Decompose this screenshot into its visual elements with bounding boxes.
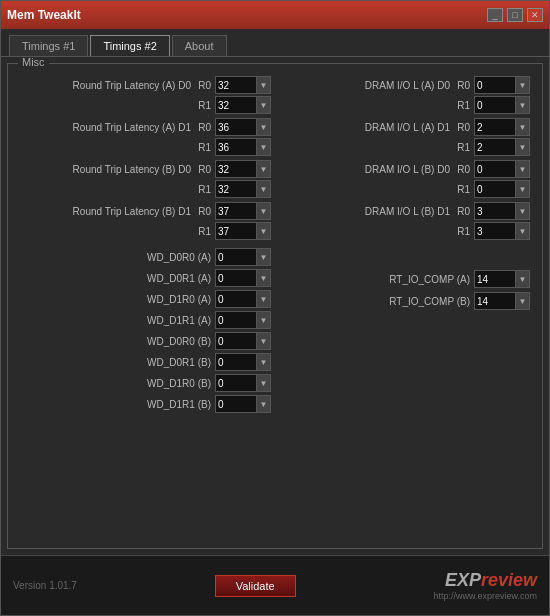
rtl-b-d1-r1-select[interactable]: 37: [215, 222, 257, 240]
dram-b-d1-r0-row: DRAM I/O L (B) D1 R0 3 ▼: [279, 202, 530, 220]
version-label: Version 1.01.7: [13, 580, 77, 591]
wd-d0r1-a-select[interactable]: 0: [215, 269, 257, 287]
wd-d1r1-a-arrow[interactable]: ▼: [257, 311, 271, 329]
wd-d0r0-a-label: WD_D0R0 (A): [115, 252, 215, 263]
rtl-a-d0-r1-arrow[interactable]: ▼: [257, 96, 271, 114]
window-title: Mem TweakIt: [7, 8, 81, 22]
rtl-b-d1-r1-arrow[interactable]: ▼: [257, 222, 271, 240]
rtl-b-d1-r0-row: Round Trip Latency (B) D1 R0 37 ▼: [20, 202, 271, 220]
wd-d1r0-b-select[interactable]: 0: [215, 374, 257, 392]
close-button[interactable]: ✕: [527, 8, 543, 22]
wd-d1r1-b-row: WD_D1R1 (B) 0 ▼: [20, 395, 271, 413]
wd-d1r0-a-arrow[interactable]: ▼: [257, 290, 271, 308]
rtl-a-d1-r0-select[interactable]: 36: [215, 118, 257, 136]
wd-d0r1-b-label: WD_D0R1 (B): [115, 357, 215, 368]
dram-b-d1-r1-wrap: 3 ▼: [474, 222, 530, 240]
wd-d1r1-b-wrap: 0 ▼: [215, 395, 271, 413]
wd-d0r1-b-select[interactable]: 0: [215, 353, 257, 371]
wd-d1r0-b-row: WD_D1R0 (B) 0 ▼: [20, 374, 271, 392]
rtl-b-d0-r0-select[interactable]: 32: [215, 160, 257, 178]
wd-section: WD_D0R0 (A) 0 ▼ WD_D0R1 (A) 0 ▼: [20, 248, 271, 413]
wd-d1r1-b-label: WD_D1R1 (B): [115, 399, 215, 410]
wd-d1r0-b-label: WD_D1R0 (B): [115, 378, 215, 389]
wd-d0r0-a-arrow[interactable]: ▼: [257, 248, 271, 266]
wd-d0r0-b-arrow[interactable]: ▼: [257, 332, 271, 350]
rtl-b-d0-r0-row: Round Trip Latency (B) D0 R0 32 ▼: [20, 160, 271, 178]
rtl-b-d1-r0-select[interactable]: 37: [215, 202, 257, 220]
rtl-b-d0-r1-select[interactable]: 32: [215, 180, 257, 198]
content-area: Misc Round Trip Latency (A) D0 R0 32 ▼: [1, 57, 549, 555]
rtl-b-d1-r1-row: R1 37 ▼: [20, 222, 271, 240]
wd-d0r1-b-arrow[interactable]: ▼: [257, 353, 271, 371]
wd-d1r1-a-select[interactable]: 0: [215, 311, 257, 329]
maximize-button[interactable]: □: [507, 8, 523, 22]
dram-b-d1-group: DRAM I/O L (B) D1 R0 3 ▼ R1 3: [279, 202, 530, 240]
rtl-a-d0-r0-arrow[interactable]: ▼: [257, 76, 271, 94]
dram-a-d1-r0-arrow[interactable]: ▼: [516, 118, 530, 136]
dram-a-d1-group: DRAM I/O L (A) D1 R0 2 ▼ R1 2: [279, 118, 530, 156]
wd-d1r0-a-select[interactable]: 0: [215, 290, 257, 308]
dram-a-d0-r0-wrap: 0 ▼: [474, 76, 530, 94]
rtl-a-d0-r1-select[interactable]: 32: [215, 96, 257, 114]
wd-d1r1-b-arrow[interactable]: ▼: [257, 395, 271, 413]
tab-timings2[interactable]: Timings #2: [90, 35, 169, 56]
wd-d0r1-a-arrow[interactable]: ▼: [257, 269, 271, 287]
dram-a-d1-r0-select[interactable]: 2: [474, 118, 516, 136]
dram-a-d1-r0-row: DRAM I/O L (A) D1 R0 2 ▼: [279, 118, 530, 136]
dram-a-d0-group: DRAM I/O L (A) D0 R0 0 ▼ R1 0: [279, 76, 530, 114]
rtl-a-d1-r0-arrow[interactable]: ▼: [257, 118, 271, 136]
rtl-b-d1-group: Round Trip Latency (B) D1 R0 37 ▼ R1 3: [20, 202, 271, 240]
dram-a-d0-r0-arrow[interactable]: ▼: [516, 76, 530, 94]
dram-b-d0-r0-wrap: 0 ▼: [474, 160, 530, 178]
dram-b-d0-r0-select[interactable]: 0: [474, 160, 516, 178]
tab-timings1[interactable]: Timings #1: [9, 35, 88, 56]
misc-group: Misc Round Trip Latency (A) D0 R0 32 ▼: [7, 63, 543, 549]
rtl-a-d0-r0-dropdown-wrap: 32 ▼: [215, 76, 271, 94]
dram-a-d1-r1-select[interactable]: 2: [474, 138, 516, 156]
rt-io-comp-a-label: RT_IO_COMP (A): [364, 274, 474, 285]
dram-b-d0-r0-arrow[interactable]: ▼: [516, 160, 530, 178]
wd-d1r1-b-select[interactable]: 0: [215, 395, 257, 413]
footer: Version 1.01.7 Validate EXPreview http:/…: [1, 555, 549, 615]
wd-d1r0-a-wrap: 0 ▼: [215, 290, 271, 308]
tab-about[interactable]: About: [172, 35, 227, 56]
dram-a-d0-r1-wrap: 0 ▼: [474, 96, 530, 114]
main-window: Mem TweakIt _ □ ✕ Timings #1 Timings #2 …: [0, 0, 550, 616]
rt-io-comp-b-arrow[interactable]: ▼: [516, 292, 530, 310]
rtl-a-d0-r0-select[interactable]: 32: [215, 76, 257, 94]
wd-d1r0-b-arrow[interactable]: ▼: [257, 374, 271, 392]
dram-b-d1-r0-arrow[interactable]: ▼: [516, 202, 530, 220]
rtl-b-d0-r1-dropdown-wrap: 32 ▼: [215, 180, 271, 198]
wd-d0r0-a-select[interactable]: 0: [215, 248, 257, 266]
dram-a-d0-r1-select[interactable]: 0: [474, 96, 516, 114]
dram-b-d1-r1-select[interactable]: 3: [474, 222, 516, 240]
group-label: Misc: [18, 57, 49, 68]
dram-b-d1-r1-arrow[interactable]: ▼: [516, 222, 530, 240]
minimize-button[interactable]: _: [487, 8, 503, 22]
validate-button[interactable]: Validate: [215, 575, 296, 597]
dram-a-d0-r1-arrow[interactable]: ▼: [516, 96, 530, 114]
dram-b-d0-r1-select[interactable]: 0: [474, 180, 516, 198]
dram-a-d1-r1-row: R1 2 ▼: [279, 138, 530, 156]
rtl-a-d1-r0-row: Round Trip Latency (A) D1 R0 36 ▼: [20, 118, 271, 136]
dram-b-d1-label: DRAM I/O L (B) D1: [279, 206, 454, 217]
rt-io-comp-a-select[interactable]: 14: [474, 270, 516, 288]
rt-io-comp-b-select[interactable]: 14: [474, 292, 516, 310]
dram-a-d0-r0-select[interactable]: 0: [474, 76, 516, 94]
main-grid: Round Trip Latency (A) D0 R0 32 ▼ R1 3: [16, 72, 534, 540]
dram-a-d1-r1-arrow[interactable]: ▼: [516, 138, 530, 156]
wd-d0r0-b-select[interactable]: 0: [215, 332, 257, 350]
rtl-b-d0-r0-arrow[interactable]: ▼: [257, 160, 271, 178]
rtl-a-d1-r1-select[interactable]: 36: [215, 138, 257, 156]
dram-a-d0-r0-row: DRAM I/O L (A) D0 R0 0 ▼: [279, 76, 530, 94]
dram-b-d0-r1-arrow[interactable]: ▼: [516, 180, 530, 198]
rt-io-comp-a-arrow[interactable]: ▼: [516, 270, 530, 288]
rtl-b-d1-r1-dropdown-wrap: 37 ▼: [215, 222, 271, 240]
rtl-a-d1-r1-arrow[interactable]: ▼: [257, 138, 271, 156]
rtl-a-d0-label: Round Trip Latency (A) D0: [20, 80, 195, 91]
rtl-b-d0-r1-arrow[interactable]: ▼: [257, 180, 271, 198]
wd-d0r1-a-wrap: 0 ▼: [215, 269, 271, 287]
rtl-b-d1-r0-arrow[interactable]: ▼: [257, 202, 271, 220]
dram-b-d1-r0-select[interactable]: 3: [474, 202, 516, 220]
rt-io-comp-b-wrap: 14 ▼: [474, 292, 530, 310]
